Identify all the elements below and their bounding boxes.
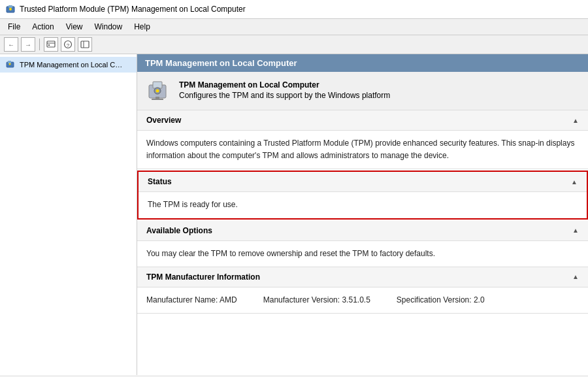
section-tpm-manufacturer-title: TPM Manufacturer Information <box>146 272 260 282</box>
svg-rect-5 <box>48 44 50 46</box>
manufacturer-version: Manufacturer Version: 3.51.0.5 <box>263 294 370 306</box>
info-banner-subtitle: Configures the TPM and its support by th… <box>179 90 390 101</box>
svg-point-2 <box>9 8 12 10</box>
svg-rect-11 <box>8 61 11 63</box>
panel-icon <box>80 40 90 49</box>
section-status-header[interactable]: Status ▲ <box>139 172 587 192</box>
svg-text:?: ? <box>67 42 70 48</box>
section-status-text: The TPM is ready for use. <box>148 200 238 209</box>
content-header-title: TPM Management on Local Computer <box>145 58 297 68</box>
content-area: TPM Management on Local Computer TPM Man… <box>137 54 588 375</box>
section-overview-title: Overview <box>146 116 181 125</box>
sidebar: TPM Management on Local Compu <box>0 54 137 375</box>
section-tpm-manufacturer-body: Manufacturer Name: AMD Manufacturer Vers… <box>137 287 588 313</box>
forward-arrow-icon: → <box>25 41 31 48</box>
manufacturer-row: Manufacturer Name: AMD Manufacturer Vers… <box>146 294 579 306</box>
main-layout: TPM Management on Local Compu TPM Manage… <box>0 54 588 375</box>
forward-button[interactable]: → <box>21 37 35 52</box>
title-bar-text: Trusted Platform Module (TPM) Management… <box>20 5 246 14</box>
content-header: TPM Management on Local Computer <box>137 54 588 72</box>
info-banner: TPM Management on Local Computer Configu… <box>137 72 588 110</box>
toolbar-separator <box>39 39 40 50</box>
svg-point-12 <box>9 63 11 65</box>
info-banner-icon <box>146 78 171 103</box>
section-available-options: Available Options ▲ You may clear the TP… <box>137 221 588 267</box>
section-status-body: The TPM is ready for use. <box>139 192 587 218</box>
svg-rect-8 <box>81 41 89 48</box>
menu-window[interactable]: Window <box>90 20 128 33</box>
status-row: Status ▲ The TPM is ready for use. <box>137 169 588 220</box>
section-overview-body: Windows computers containing a Trusted P… <box>137 131 588 169</box>
manufacturer-name: Manufacturer Name: AMD <box>146 294 237 306</box>
overview-chevron-icon: ▲ <box>572 117 579 124</box>
svg-point-16 <box>156 90 159 93</box>
svg-rect-1 <box>8 5 12 8</box>
sidebar-item-tpm[interactable]: TPM Management on Local Compu <box>0 57 137 73</box>
menu-action[interactable]: Action <box>27 20 59 33</box>
console-icon <box>46 40 56 49</box>
tpm-manufacturer-chevron-icon: ▲ <box>572 273 579 280</box>
section-status-title: Status <box>148 177 172 186</box>
help-button[interactable]: ? <box>61 37 75 52</box>
available-options-chevron-icon: ▲ <box>572 227 579 234</box>
section-tpm-manufacturer: TPM Manufacturer Information ▲ Manufactu… <box>137 267 588 314</box>
section-available-options-header[interactable]: Available Options ▲ <box>137 221 588 241</box>
console-root-button[interactable] <box>44 37 58 52</box>
menu-view[interactable]: View <box>61 20 88 33</box>
sidebar-item-label: TPM Management on Local Compu <box>20 61 124 69</box>
section-tpm-manufacturer-header[interactable]: TPM Manufacturer Information ▲ <box>137 267 588 287</box>
section-available-options-title: Available Options <box>146 226 212 235</box>
section-overview-header[interactable]: Overview ▲ <box>137 110 588 131</box>
section-available-options-text: You may clear the TPM to remove ownershi… <box>146 249 435 258</box>
tpm-title-icon <box>5 4 16 14</box>
section-available-options-body: You may clear the TPM to remove ownershi… <box>137 241 588 267</box>
toolbar: ← → ? <box>0 35 588 54</box>
title-bar: Trusted Platform Module (TPM) Management… <box>0 0 588 19</box>
section-overview: Overview ▲ Windows computers containing … <box>137 110 588 169</box>
menu-bar: File Action View Window Help <box>0 19 588 35</box>
menu-file[interactable]: File <box>3 20 25 33</box>
help-icon: ? <box>63 40 73 49</box>
panel-button[interactable] <box>78 37 92 52</box>
svg-rect-3 <box>47 41 55 47</box>
info-banner-texts: TPM Management on Local Computer Configu… <box>179 80 390 101</box>
status-chevron-icon: ▲ <box>571 178 578 186</box>
svg-rect-18 <box>152 99 163 100</box>
info-banner-title: TPM Management on Local Computer <box>179 80 390 90</box>
menu-help[interactable]: Help <box>129 20 155 33</box>
section-status: Status ▲ The TPM is ready for use. <box>137 171 588 219</box>
back-button[interactable]: ← <box>4 37 18 52</box>
back-arrow-icon: ← <box>8 41 14 48</box>
section-overview-text: Windows computers containing a Trusted P… <box>146 139 574 160</box>
spec-version: Specification Version: 2.0 <box>397 294 485 306</box>
tpm-sidebar-icon <box>5 59 16 70</box>
